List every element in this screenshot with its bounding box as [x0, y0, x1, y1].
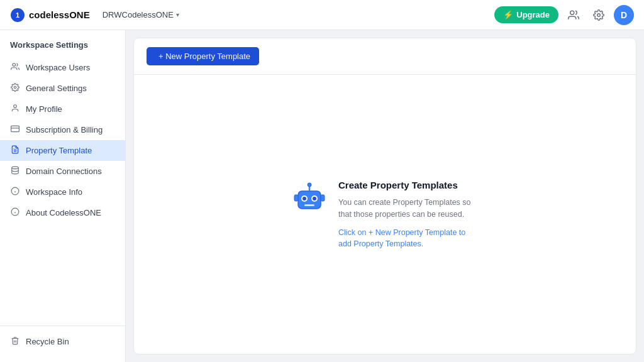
sidebar-item-workspace-info[interactable]: Workspace Info — [0, 182, 125, 202]
new-property-template-button[interactable]: + New Property Template — [147, 47, 259, 65]
sidebar-item-my-profile[interactable]: My Profile — [0, 99, 125, 119]
workspace-name: DRWCodelessONE — [103, 10, 174, 19]
main-content: + New Property Template — [133, 38, 636, 354]
top-navigation: 1 codelessONE DRWCodelessONE ▾ ⚡ Upgrade — [0, 0, 644, 30]
empty-state-title: Create Property Templates — [338, 180, 479, 190]
gear-icon — [10, 83, 20, 94]
svg-point-3 — [597, 13, 601, 16]
gear-icon — [593, 9, 604, 21]
settings-icon-button[interactable] — [589, 5, 609, 25]
credit-card-icon — [10, 124, 20, 135]
upgrade-icon: ⚡ — [503, 10, 513, 19]
svg-text:1: 1 — [16, 11, 19, 19]
svg-rect-23 — [304, 204, 314, 206]
sidebar-item-about-codelessone[interactable]: About CodelessONE — [0, 202, 125, 223]
users-icon — [10, 62, 20, 73]
sidebar-item-label: Recycle Bin — [26, 337, 69, 346]
sidebar-item-label: Workspace Info — [26, 187, 82, 197]
main-body: Create Property Templates You can create… — [134, 75, 636, 354]
empty-state-text: Create Property Templates You can create… — [338, 180, 479, 250]
svg-point-6 — [14, 105, 17, 108]
empty-state: Create Property Templates You can create… — [291, 180, 479, 250]
topnav-right: ⚡ Upgrade D — [494, 5, 634, 25]
sidebar-item-label: Subscription & Billing — [26, 125, 103, 134]
upgrade-button[interactable]: ⚡ Upgrade — [494, 6, 558, 23]
svg-point-22 — [313, 197, 316, 200]
main-layout: Workspace Settings Workspace Users Gener… — [0, 30, 644, 362]
sidebar-item-general-settings[interactable]: General Settings — [0, 78, 125, 99]
avatar-letter: D — [621, 10, 627, 20]
empty-state-hint: Click on + New Property Template to add … — [338, 228, 465, 248]
sidebar: Workspace Settings Workspace Users Gener… — [0, 30, 126, 362]
logo-icon: 1 — [10, 8, 25, 23]
sidebar-item-label: Domain Connections — [26, 167, 102, 176]
sidebar-item-workspace-users[interactable]: Workspace Users — [0, 57, 125, 78]
sidebar-title: Workspace Settings — [0, 40, 125, 57]
sidebar-item-property-template[interactable]: Property Template — [0, 140, 125, 161]
person-icon — [10, 104, 20, 114]
users-icon-button[interactable] — [564, 5, 584, 25]
users-icon — [568, 9, 579, 21]
sidebar-item-domain-connections[interactable]: Domain Connections — [0, 161, 125, 182]
file-icon — [10, 145, 20, 156]
logo-text: codelessONE — [29, 9, 90, 20]
sidebar-bottom: Recycle Bin — [0, 326, 125, 352]
robot-icon — [291, 180, 328, 220]
sidebar-item-label: Workspace Users — [26, 63, 90, 72]
chevron-down-icon: ▾ — [176, 11, 179, 18]
svg-rect-27 — [321, 195, 325, 201]
logo: 1 codelessONE — [10, 8, 90, 23]
svg-rect-7 — [11, 126, 19, 131]
info-icon — [10, 187, 20, 197]
sidebar-item-label: My Profile — [26, 104, 62, 114]
main-header: + New Property Template — [134, 38, 636, 75]
sidebar-item-label: General Settings — [26, 84, 87, 93]
database-icon — [10, 166, 20, 177]
sidebar-item-label: Property Template — [26, 146, 92, 155]
svg-point-25 — [308, 183, 311, 187]
sidebar-item-recycle-bin[interactable]: Recycle Bin — [0, 331, 125, 352]
svg-point-11 — [12, 167, 19, 169]
new-button-label: + New Property Template — [158, 52, 250, 61]
svg-rect-26 — [294, 195, 298, 201]
empty-state-description: You can create Property Templates so tha… — [338, 197, 479, 221]
empty-state-inner: Create Property Templates You can create… — [291, 180, 479, 250]
svg-point-2 — [570, 11, 574, 14]
trash-icon — [10, 336, 20, 347]
sidebar-item-label: About CodelessONE — [26, 208, 101, 217]
svg-point-4 — [13, 63, 16, 67]
user-avatar-button[interactable]: D — [614, 5, 634, 25]
svg-point-5 — [14, 86, 16, 89]
info-circle-icon — [10, 207, 20, 218]
svg-point-21 — [303, 197, 306, 200]
workspace-selector[interactable]: DRWCodelessONE ▾ — [97, 8, 184, 22]
upgrade-label: Upgrade — [516, 10, 550, 19]
sidebar-item-subscription-billing[interactable]: Subscription & Billing — [0, 119, 125, 140]
